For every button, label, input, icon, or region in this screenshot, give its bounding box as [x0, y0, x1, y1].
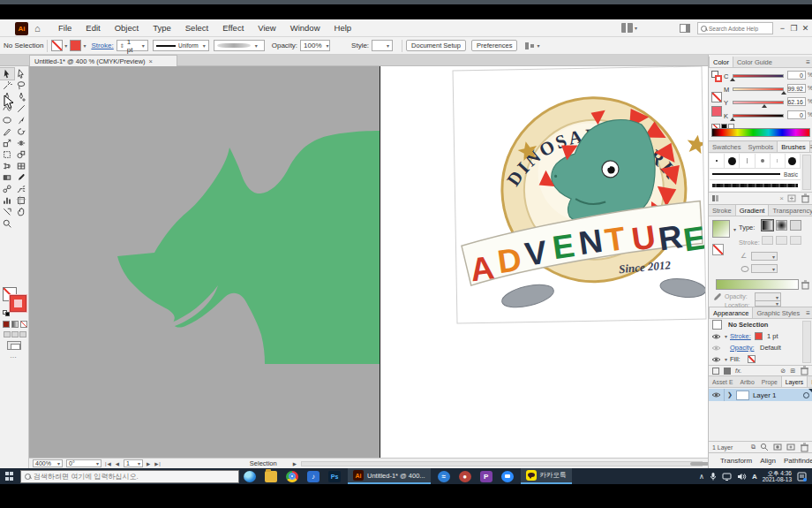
channel-value-field[interactable]: 62.16	[787, 97, 806, 106]
visibility-eye-icon[interactable]	[711, 345, 721, 352]
new-sublayer-icon[interactable]	[786, 443, 795, 451]
new-fill-icon[interactable]	[724, 368, 731, 375]
panel-menu-icon[interactable]: ≡	[806, 307, 812, 318]
menu-file[interactable]: File	[51, 19, 79, 37]
tool-magic-wand[interactable]	[0, 80, 14, 91]
appearance-stroke-swatch[interactable]	[755, 332, 763, 340]
tab-align[interactable]: Align	[760, 457, 776, 465]
remote-app-icon[interactable]: ●	[459, 471, 471, 482]
brushes-scrollbar[interactable]	[802, 155, 811, 190]
file-explorer-icon[interactable]	[265, 471, 277, 482]
color-button[interactable]	[3, 321, 10, 328]
notification-center-icon[interactable]	[797, 472, 807, 481]
tab-transparency[interactable]: Transparency	[769, 205, 812, 216]
panel-menu-icon[interactable]: ≡	[806, 57, 812, 67]
tab-graphic-styles[interactable]: Graphic Styles	[753, 307, 803, 318]
illustrator-taskbar-window[interactable]: Ai Untitled-1* @ 400...	[348, 468, 431, 484]
stroke-along-button[interactable]	[776, 236, 787, 245]
appearance-stroke-row[interactable]: ▾ Stroke: 1 pt	[709, 330, 812, 342]
illustrator-app-icon[interactable]: Ai	[15, 22, 28, 35]
canvas-area[interactable]: DINOSAUR PARK	[29, 66, 708, 468]
color-spectrum-bar[interactable]	[711, 128, 810, 137]
altools-icon[interactable]: ≈	[438, 471, 450, 482]
clear-appearance-icon[interactable]: ⊘	[780, 368, 786, 375]
start-button[interactable]	[5, 472, 14, 481]
preferences-button[interactable]: Preferences	[471, 40, 517, 51]
gradient-location-select[interactable]: ▾	[755, 300, 781, 307]
tool-gradient[interactable]	[0, 171, 14, 183]
width-profile-dropdown[interactable]: ▾	[214, 40, 265, 51]
layer-name[interactable]: Layer 1	[753, 391, 777, 399]
style-dropdown[interactable]: ▾	[372, 40, 393, 51]
tool-slice[interactable]	[0, 206, 14, 217]
add-effect-icon[interactable]: fx.	[735, 368, 741, 374]
duplicate-item-icon[interactable]: ⊞	[790, 368, 795, 375]
tool-hand[interactable]	[14, 206, 28, 217]
display-icon[interactable]	[722, 473, 732, 481]
tool-width[interactable]	[14, 137, 28, 148]
layer-thumbnail[interactable]	[736, 390, 749, 400]
edit-toolbar-icon[interactable]: …	[10, 352, 18, 360]
menu-window[interactable]: Window	[283, 19, 327, 37]
basic-brush-row[interactable]: Basic	[710, 169, 801, 180]
tool-symbol-sprayer[interactable]	[14, 183, 28, 194]
draw-behind-button[interactable]	[11, 331, 19, 337]
tab-asset-e[interactable]: Asset E	[709, 376, 736, 387]
channel-value-field[interactable]: 99.92	[787, 84, 806, 93]
visibility-eye-icon[interactable]	[711, 333, 721, 340]
tool-paintbrush[interactable]	[14, 114, 28, 125]
clock[interactable]: 오후 4:36 2021-08-13	[763, 470, 792, 482]
tool-selection[interactable]	[0, 68, 14, 80]
brush-list-row[interactable]	[710, 154, 801, 169]
linear-gradient-button[interactable]	[762, 220, 773, 231]
tab-brushes[interactable]: Brushes	[777, 141, 810, 152]
menu-edit[interactable]: Edit	[79, 19, 107, 37]
tool-shape-builder[interactable]	[14, 148, 28, 160]
taskbar-search-box[interactable]	[20, 470, 239, 483]
channel-slider[interactable]	[733, 87, 784, 91]
align-options[interactable]: ▾	[524, 42, 539, 50]
charcoal-brush-row[interactable]	[710, 180, 801, 191]
angle-select[interactable]: ▾	[751, 252, 778, 261]
tab-transform[interactable]: Transform	[720, 457, 752, 465]
appearance-fill-swatch[interactable]	[748, 355, 756, 363]
delete-stop-icon[interactable]	[801, 280, 810, 290]
tool-lasso[interactable]	[14, 80, 28, 91]
appearance-opacity-label[interactable]: Opacity:	[730, 344, 755, 352]
aspect-select[interactable]: ▾	[751, 264, 778, 273]
appearance-fill-row[interactable]: ▾ Fill:	[709, 353, 812, 365]
tab-artbo[interactable]: Artbo	[736, 376, 757, 387]
scrollbar-thumb[interactable]	[690, 462, 708, 466]
tool-pencil[interactable]	[0, 125, 14, 137]
hidden-icons-chevron[interactable]: ∧	[699, 473, 704, 481]
tool-rotate[interactable]	[14, 125, 28, 137]
make-mask-icon[interactable]	[773, 443, 782, 451]
kakaotalk-taskbar-window[interactable]: 카카오톡	[521, 468, 572, 484]
edge-icon[interactable]	[244, 471, 256, 482]
last-artboard-icon[interactable]: ▶|	[154, 461, 162, 466]
gradient-button[interactable]	[11, 321, 19, 328]
slider-marker[interactable]	[781, 91, 786, 95]
delete-brush-icon[interactable]	[801, 193, 810, 203]
tab-librari[interactable]: Librari	[808, 376, 812, 387]
menu-effect[interactable]: Effect	[215, 19, 251, 37]
tool-eyedropper[interactable]	[14, 171, 28, 183]
taskbar-search-input[interactable]	[34, 473, 228, 481]
gradient-thumb[interactable]	[712, 220, 730, 238]
tool-perspective-grid[interactable]	[0, 160, 14, 171]
channel-slider[interactable]	[733, 101, 784, 104]
channel-slider[interactable]	[733, 74, 784, 78]
zoom-icon[interactable]	[501, 471, 514, 482]
appearance-opacity-row[interactable]: Opacity: Default	[709, 342, 812, 353]
tool-curvature[interactable]	[14, 91, 28, 102]
tab-prope[interactable]: Prope	[758, 376, 781, 387]
panel-dock-icon[interactable]	[680, 24, 690, 33]
minimize-button[interactable]: −	[777, 21, 788, 35]
slider-marker[interactable]	[730, 78, 735, 81]
new-brush-icon[interactable]	[787, 193, 797, 202]
first-artboard-icon[interactable]: |◀	[105, 461, 112, 466]
tool-scale[interactable]	[0, 137, 14, 148]
home-icon[interactable]: ⌂	[34, 23, 41, 34]
menu-select[interactable]: Select	[178, 19, 215, 37]
menu-view[interactable]: View	[251, 19, 282, 37]
